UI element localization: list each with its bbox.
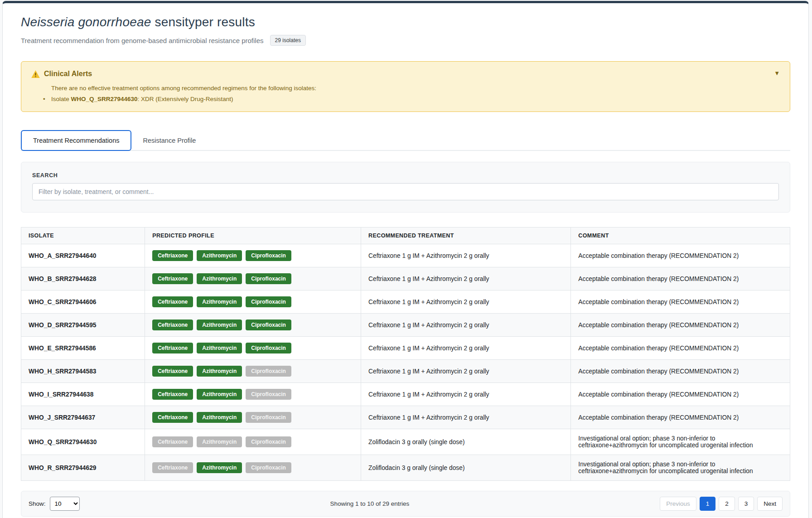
isolate-cell: WHO_H_SRR27944583: [21, 360, 145, 383]
drug-pill-ciprofloxacin: Ciprofloxacin: [246, 462, 291, 473]
table-row: WHO_R_SRR27944629CeftriaxoneAzithromycin…: [21, 455, 790, 481]
tab-resistance-profile[interactable]: Resistance Profile: [131, 130, 207, 150]
comment-cell: Acceptable combination therapy (RECOMMEN…: [571, 383, 790, 406]
treatment-cell: Ceftriaxone 1 g IM + Azithromycin 2 g or…: [361, 360, 571, 383]
drug-pill-ceftriaxone: Ceftriaxone: [152, 366, 193, 377]
drug-pill-azithromycin: Azithromycin: [197, 250, 242, 261]
comment-cell: Acceptable combination therapy (RECOMMEN…: [571, 314, 790, 337]
page-subtitle: Treatment recommendation from genome-bas…: [21, 37, 264, 44]
table-row: WHO_I_SRR27944638CeftriaxoneAzithromycin…: [21, 383, 790, 406]
alert-item-prefix: Isolate: [51, 96, 71, 102]
entries-summary: Showing 1 to 10 of 29 entries: [80, 500, 660, 507]
profile-cell: CeftriaxoneAzithromycinCiprofloxacin: [145, 337, 361, 360]
warning-icon: [31, 70, 40, 78]
page-button-3[interactable]: 3: [738, 497, 754, 511]
column-header-recommended-treatment: RECOMMENDED TREATMENT: [361, 228, 571, 244]
results-table: ISOLATEPREDICTED PROFILERECOMMENDED TREA…: [21, 227, 790, 481]
drug-pill-ciprofloxacin: Ciprofloxacin: [246, 436, 291, 447]
page-card: Neisseria gonorrhoeae sensityper results…: [2, 1, 809, 518]
profile-cell: CeftriaxoneAzithromycinCiprofloxacin: [145, 383, 361, 406]
drug-pill-azithromycin: Azithromycin: [197, 462, 242, 473]
treatment-cell: Ceftriaxone 1 g IM + Azithromycin 2 g or…: [361, 314, 571, 337]
profile-cell: CeftriaxoneAzithromycinCiprofloxacin: [145, 314, 361, 337]
drug-pill-ciprofloxacin: Ciprofloxacin: [246, 250, 291, 261]
drug-pill-ceftriaxone: Ceftriaxone: [152, 296, 193, 307]
drug-pill-ciprofloxacin: Ciprofloxacin: [246, 389, 291, 400]
bullet-icon: •: [43, 96, 51, 102]
drug-pill-ceftriaxone: Ceftriaxone: [152, 462, 193, 473]
drug-pill-ciprofloxacin: Ciprofloxacin: [246, 320, 291, 330]
profile-cell: CeftriaxoneAzithromycinCiprofloxacin: [145, 267, 361, 290]
treatment-cell: Ceftriaxone 1 g IM + Azithromycin 2 g or…: [361, 406, 571, 429]
collapse-chevron-icon[interactable]: ▼: [774, 70, 780, 77]
page-size-group: Show: 10: [29, 497, 80, 511]
isolate-cell: WHO_E_SRR27944586: [21, 337, 145, 360]
page-button-2[interactable]: 2: [719, 497, 735, 511]
tab-treatment-recommendations[interactable]: Treatment Recommendations: [21, 130, 131, 151]
page-button-previous[interactable]: Previous: [660, 497, 696, 511]
comment-cell: Acceptable combination therapy (RECOMMEN…: [571, 290, 790, 314]
page-button-next[interactable]: Next: [757, 497, 783, 511]
comment-cell: Acceptable combination therapy (RECOMMEN…: [571, 244, 790, 267]
isolate-cell: WHO_A_SRR27944640: [21, 244, 145, 267]
table-footer: Show: 10 Showing 1 to 10 of 29 entries P…: [21, 491, 790, 517]
isolate-cell: WHO_Q_SRR27944630: [21, 429, 145, 455]
table-row: WHO_B_SRR27944628CeftriaxoneAzithromycin…: [21, 267, 790, 290]
page-title: Neisseria gonorrhoeae sensityper results: [21, 15, 790, 29]
drug-pill-ceftriaxone: Ceftriaxone: [152, 412, 193, 423]
table-row: WHO_C_SRR27944606CeftriaxoneAzithromycin…: [21, 290, 790, 314]
comment-cell: Investigational oral option; phase 3 non…: [571, 455, 790, 481]
clinical-alerts-title: Clinical Alerts: [44, 70, 92, 78]
page-title-rest: sensityper results: [151, 15, 255, 29]
column-header-comment: COMMENT: [571, 228, 790, 244]
clinical-alerts-header: Clinical Alerts: [31, 70, 779, 78]
treatment-cell: Ceftriaxone 1 g IM + Azithromycin 2 g or…: [361, 337, 571, 360]
drug-pill-azithromycin: Azithromycin: [197, 320, 242, 330]
show-label: Show:: [29, 500, 46, 507]
column-header-isolate: ISOLATE: [21, 228, 145, 244]
drug-pill-ceftriaxone: Ceftriaxone: [152, 250, 193, 261]
profile-cell: CeftriaxoneAzithromycinCiprofloxacin: [145, 406, 361, 429]
drug-pill-azithromycin: Azithromycin: [197, 273, 242, 284]
drug-pill-ceftriaxone: Ceftriaxone: [152, 273, 193, 284]
alert-item-suffix: : XDR (Extensively Drug-Resistant): [138, 96, 233, 102]
isolate-count-badge: 29 isolates: [270, 35, 306, 46]
drug-pill-azithromycin: Azithromycin: [197, 389, 242, 400]
drug-pill-ciprofloxacin: Ciprofloxacin: [246, 296, 291, 307]
page-button-1[interactable]: 1: [700, 497, 716, 511]
drug-pill-azithromycin: Azithromycin: [197, 366, 242, 377]
drug-pill-ciprofloxacin: Ciprofloxacin: [246, 343, 291, 353]
treatment-cell: Ceftriaxone 1 g IM + Azithromycin 2 g or…: [361, 244, 571, 267]
pagination: Previous123Next: [660, 497, 783, 511]
treatment-cell: Ceftriaxone 1 g IM + Azithromycin 2 g or…: [361, 383, 571, 406]
column-header-predicted-profile: PREDICTED PROFILE: [145, 228, 361, 244]
treatment-cell: Zoliflodacin 3 g orally (single dose): [361, 429, 571, 455]
drug-pill-ceftriaxone: Ceftriaxone: [152, 389, 193, 400]
search-panel: SEARCH: [21, 162, 790, 213]
isolate-cell: WHO_C_SRR27944606: [21, 290, 145, 314]
drug-pill-azithromycin: Azithromycin: [197, 296, 242, 307]
drug-pill-azithromycin: Azithromycin: [197, 343, 242, 353]
profile-cell: CeftriaxoneAzithromycinCiprofloxacin: [145, 244, 361, 267]
profile-cell: CeftriaxoneAzithromycinCiprofloxacin: [145, 455, 361, 481]
table-row: WHO_D_SRR27944595CeftriaxoneAzithromycin…: [21, 314, 790, 337]
drug-pill-azithromycin: Azithromycin: [197, 436, 242, 447]
comment-cell: Acceptable combination therapy (RECOMMEN…: [571, 406, 790, 429]
drug-pill-ciprofloxacin: Ciprofloxacin: [246, 412, 291, 423]
page-size-select[interactable]: 10: [50, 497, 80, 511]
treatment-cell: Zoliflodacin 3 g orally (single dose): [361, 455, 571, 481]
profile-cell: CeftriaxoneAzithromycinCiprofloxacin: [145, 290, 361, 314]
isolate-cell: WHO_J_SRR27944637: [21, 406, 145, 429]
alert-list-item: •Isolate WHO_Q_SRR27944630: XDR (Extensi…: [43, 96, 779, 102]
search-label: SEARCH: [32, 172, 779, 179]
drug-pill-ceftriaxone: Ceftriaxone: [152, 436, 193, 447]
alert-intro-text: There are no effective treatment options…: [51, 85, 779, 92]
page-title-species: Neisseria gonorrhoeae: [21, 15, 151, 29]
drug-pill-ciprofloxacin: Ciprofloxacin: [246, 366, 291, 377]
search-input[interactable]: [32, 183, 779, 200]
isolate-cell: WHO_R_SRR27944629: [21, 455, 145, 481]
table-body: WHO_A_SRR27944640CeftriaxoneAzithromycin…: [21, 244, 790, 481]
table-row: WHO_J_SRR27944637CeftriaxoneAzithromycin…: [21, 406, 790, 429]
isolate-cell: WHO_I_SRR27944638: [21, 383, 145, 406]
drug-pill-azithromycin: Azithromycin: [197, 412, 242, 423]
